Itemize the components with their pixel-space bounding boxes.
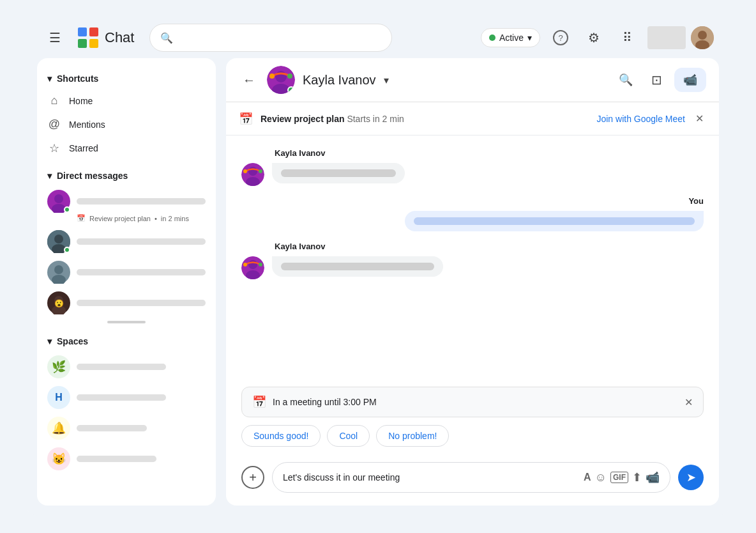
svg-point-14 <box>54 265 63 274</box>
dm-name-3 <box>77 269 206 275</box>
status-pill[interactable]: Active ▾ <box>481 28 540 47</box>
space-icon-3: 🔔 <box>47 417 70 440</box>
dm-item-3[interactable] <box>37 257 216 288</box>
upload-icon[interactable]: ⬆ <box>632 470 642 484</box>
message-input-area: + A ☺ GIF ⬆ 📹 ➤ <box>226 454 719 506</box>
svg-rect-0 <box>78 27 87 36</box>
home-icon: ⌂ <box>47 94 61 107</box>
pip-button[interactable]: ⊡ <box>644 67 669 93</box>
help-button[interactable]: ? <box>548 25 573 50</box>
svg-point-24 <box>287 73 292 79</box>
chat-logo-icon <box>78 27 98 48</box>
space-item-4[interactable]: 😺 <box>37 444 216 474</box>
dm-avatar-3 <box>47 261 70 284</box>
space-icon-2: H <box>47 386 70 409</box>
space-item-3[interactable]: 🔔 <box>37 413 216 444</box>
dm-avatar-2 <box>47 230 70 253</box>
meeting-status-close-button[interactable]: ✕ <box>684 396 693 408</box>
search-header-icon: 🔍 <box>619 73 633 87</box>
gif-icon[interactable]: GIF <box>610 472 628 483</box>
dm-status-dot-kayla <box>64 206 70 213</box>
contact-status-dot <box>287 86 295 94</box>
dm-item-4[interactable]: 😮 <box>37 288 216 318</box>
emoji-icon[interactable]: ☺ <box>595 471 607 484</box>
spaces-section-label: Spaces <box>57 336 88 346</box>
svg-point-23 <box>269 73 275 79</box>
chat-contact-info: Kayla Ivanov ▾ <box>267 66 605 94</box>
logo-area: Chat <box>78 27 134 48</box>
chat-contact-avatar <box>267 66 295 94</box>
quick-reply-no-problem[interactable]: No problem! <box>376 425 449 447</box>
banner-close-button[interactable]: ✕ <box>693 110 706 127</box>
starred-label: Starred <box>69 143 98 153</box>
search-bar[interactable]: 🔍 <box>149 24 392 52</box>
space-icon-4: 😺 <box>47 447 70 470</box>
apps-button[interactable]: ⠿ <box>614 25 640 50</box>
calendar-dot: • <box>155 215 157 222</box>
dm-item-2[interactable] <box>37 226 216 257</box>
spaces-section-header[interactable]: ▾ Spaces <box>37 331 216 351</box>
msg-row-3 <box>241 256 704 279</box>
meeting-status-bar: 📅 In a meeting until 3:00 PM ✕ <box>241 387 704 417</box>
space-name-1 <box>77 364 166 370</box>
space-name-3 <box>77 425 147 431</box>
shortcuts-label: Shortcuts <box>57 73 98 84</box>
menu-button[interactable]: ☰ <box>42 25 68 50</box>
help-icon: ? <box>553 30 568 45</box>
dm-item-kayla[interactable]: 📅 Review project plan • in 2 mins <box>37 186 216 226</box>
home-label: Home <box>69 96 93 106</box>
meeting-status-calendar-icon: 📅 <box>252 395 266 409</box>
svg-rect-2 <box>78 39 87 48</box>
contact-dropdown-icon[interactable]: ▾ <box>384 74 389 86</box>
space-item-2[interactable]: H <box>37 382 216 413</box>
dm-status-dot-2 <box>64 247 70 253</box>
msg-bubble-2 <box>405 211 704 231</box>
svg-point-5 <box>698 31 707 40</box>
msg-group-3: Kayla Ivanov <box>241 242 704 279</box>
msg-group-2: You <box>241 196 704 231</box>
quick-reply-sounds-good[interactable]: Sounds good! <box>241 425 321 447</box>
msg-placeholder-1 <box>281 169 396 177</box>
format-text-icon[interactable]: A <box>584 472 591 483</box>
quick-reply-cool[interactable]: Cool <box>327 425 370 447</box>
msg-bubble-1 <box>272 163 405 183</box>
add-attachment-button[interactable]: + <box>241 466 264 489</box>
settings-button[interactable]: ⚙ <box>581 25 607 50</box>
meeting-banner: 📅 Review project plan Starts in 2 min Jo… <box>226 102 719 135</box>
msg-placeholder-2 <box>414 217 695 225</box>
shortcuts-section-header[interactable]: ▾ Shortcuts <box>37 68 216 89</box>
user-avatar[interactable] <box>691 26 714 49</box>
main-layout: ▾ Shortcuts ⌂ Home @ Mentions ☆ Starred … <box>27 58 729 516</box>
svg-point-33 <box>243 263 247 266</box>
meeting-banner-calendar-icon: 📅 <box>239 112 253 126</box>
search-icon: 🔍 <box>160 32 173 44</box>
message-input[interactable] <box>283 472 578 483</box>
search-input[interactable] <box>179 33 381 43</box>
send-icon: ➤ <box>686 470 696 484</box>
msg-row-2 <box>405 211 704 231</box>
quick-replies: Sounds good! Cool No problem! <box>226 417 719 454</box>
scroll-indicator <box>107 321 146 323</box>
join-meet-button[interactable]: Join with Google Meet <box>596 114 685 124</box>
chat-header-actions: 🔍 ⊡ 📹 <box>613 67 706 93</box>
back-button[interactable]: ← <box>239 69 259 91</box>
mentions-icon: @ <box>47 118 61 131</box>
dm-avatar-kayla <box>47 190 70 213</box>
sidebar-item-mentions[interactable]: @ Mentions <box>37 112 216 136</box>
dm-calendar-note: 📅 Review project plan • in 2 mins <box>77 214 206 222</box>
chat-messages: Kayla Ivanov <box>226 135 719 387</box>
space-name-4 <box>77 456 156 462</box>
sidebar-item-starred[interactable]: ☆ Starred <box>37 136 216 160</box>
user-avatar-img <box>691 26 714 49</box>
chat-search-button[interactable]: 🔍 <box>613 67 639 93</box>
dm-section-header[interactable]: ▾ Direct messages <box>37 166 216 186</box>
sidebar-item-home[interactable]: ⌂ Home <box>37 89 216 112</box>
video-call-button[interactable]: 📹 <box>674 68 706 92</box>
sidebar: ▾ Shortcuts ⌂ Home @ Mentions ☆ Starred … <box>37 58 216 506</box>
video-add-icon[interactable]: 📹 <box>646 470 660 484</box>
send-button[interactable]: ➤ <box>678 465 704 490</box>
space-item-1[interactable]: 🌿 <box>37 351 216 382</box>
chat-contact-name: Kayla Ivanov <box>303 73 376 88</box>
svg-point-11 <box>54 235 63 243</box>
top-bar: ☰ Chat 🔍 Active ▾ ? <box>27 17 729 58</box>
